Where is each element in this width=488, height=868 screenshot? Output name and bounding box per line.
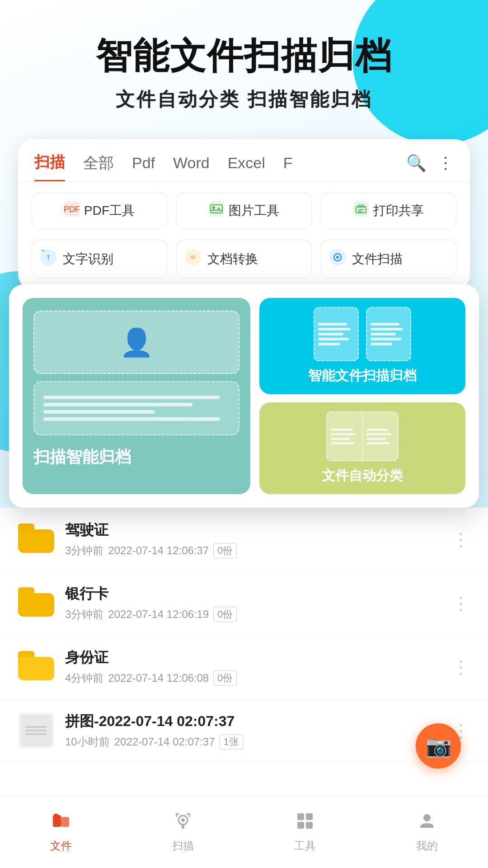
pdf-tool-button[interactable]: PDF PDF工具 (32, 193, 167, 229)
filescan-tool-label: 文件扫描 (352, 250, 403, 268)
svg-point-32 (423, 814, 431, 821)
file-name-pintu: 拼图-2022-07-14 02:07:37 (65, 712, 452, 731)
tabs-bar: 扫描 全部 Pdf Word Excel F 🔍 ⋮ (18, 139, 470, 182)
svg-rect-2 (209, 201, 224, 217)
scan-archive-label: 扫描智能归档 (33, 446, 239, 468)
thumb-line-1 (25, 726, 47, 728)
pdf-icon: PDF (64, 201, 80, 220)
file-time-shenfenzheng: 4分钟前 (65, 671, 103, 685)
ocr-tool-button[interactable]: T 文字识别 (32, 240, 167, 278)
svg-rect-18 (53, 815, 61, 827)
tab-all[interactable]: 全部 (83, 153, 114, 181)
file-item-yinhangka[interactable]: 银行卡 3分钟前 2022-07-14 12:06:19 0份 ⋮ (0, 571, 488, 635)
thumb-line-2 (25, 730, 47, 731)
filescan-tool-button[interactable]: 文件扫描 (321, 240, 456, 278)
more-icon[interactable]: ⋮ (437, 154, 454, 173)
file-item-jiashizheng[interactable]: 驾驶证 3分钟前 2022-07-14 12:06:37 0份 ⋮ (0, 508, 488, 571)
convert-tool-label: 文档转换 (207, 250, 258, 268)
file-count-yinhangka: 0份 (213, 607, 237, 622)
file-more-yinhangka[interactable]: ⋮ (452, 593, 470, 613)
tab-f[interactable]: F (283, 154, 293, 179)
file-date-jiashizheng: 2022-07-14 12:06:37 (108, 544, 209, 557)
doc-icon-2 (366, 307, 411, 361)
ocr-icon: T (39, 248, 57, 269)
file-info-yinhangka: 银行卡 3分钟前 2022-07-14 12:06:19 0份 (65, 584, 452, 622)
nav-scan[interactable]: 扫描 (122, 807, 244, 858)
folder-icon-yinhangka (18, 587, 54, 619)
svg-rect-29 (306, 813, 313, 820)
tab-scan[interactable]: 扫描 (34, 152, 65, 181)
camera-fab-icon: 📷 (426, 734, 451, 758)
file-name-jiashizheng: 驾驶证 (65, 520, 452, 540)
book-page-right (363, 412, 398, 460)
file-count-shenfenzheng: 0份 (213, 670, 237, 686)
file-count-pintu: 1张 (220, 734, 243, 750)
file-meta-shenfenzheng: 4分钟前 2022-07-14 12:06:08 0份 (65, 670, 452, 686)
svg-rect-8 (358, 209, 364, 210)
camera-fab[interactable]: 📷 (416, 723, 461, 769)
person-icon: 👤 (120, 326, 154, 359)
tab-excel[interactable]: Excel (228, 154, 265, 179)
svg-text:W: W (191, 255, 196, 260)
feature-modal: 👤 扫描智能归档 (9, 284, 479, 508)
nav-profile[interactable]: 我的 (366, 807, 488, 858)
print-icon (353, 201, 369, 220)
auto-classify-feature[interactable]: 文件自动分类 (259, 402, 465, 494)
svg-rect-31 (306, 822, 313, 829)
nav-tools[interactable]: 工具 (244, 807, 366, 858)
document-demo (33, 381, 239, 435)
convert-icon: W (184, 248, 202, 269)
svg-rect-30 (297, 822, 304, 829)
tab-pdf[interactable]: Pdf (132, 154, 155, 179)
svg-rect-7 (357, 204, 365, 208)
file-time-yinhangka: 3分钟前 (65, 607, 103, 622)
file-date-shenfenzheng: 2022-07-14 12:06:08 (108, 672, 209, 684)
hero-subtitle: 文件自动分类 扫描智能归档 (27, 87, 461, 112)
ocr-tool-label: 文字识别 (63, 250, 113, 268)
file-time-jiashizheng: 3分钟前 (65, 543, 103, 558)
scan-line-4 (43, 417, 220, 421)
img-tool-label: 图片工具 (229, 202, 279, 219)
pdf-tool-label: PDF工具 (84, 202, 135, 219)
svg-rect-25 (176, 813, 177, 817)
svg-rect-19 (61, 817, 69, 827)
search-icon[interactable]: 🔍 (406, 154, 427, 173)
profile-nav-icon (418, 811, 436, 835)
hero-title: 智能文件扫描归档 (27, 36, 461, 76)
file-info-shenfenzheng: 身份证 4分钟前 2022-07-14 12:06:08 0份 (65, 648, 452, 686)
thumb-line-3 (25, 733, 47, 735)
doc-icons-row (314, 307, 411, 361)
smart-scan-feature[interactable]: 智能文件扫描归档 (259, 298, 465, 394)
file-name-yinhangka: 银行卡 (65, 584, 452, 604)
svg-rect-20 (54, 814, 58, 816)
convert-tool-button[interactable]: W 文档转换 (176, 240, 312, 278)
file-count-jiashizheng: 0份 (213, 543, 237, 558)
file-more-shenfenzheng[interactable]: ⋮ (452, 656, 470, 677)
filescan-icon (328, 248, 347, 269)
file-item-shenfenzheng[interactable]: 身份证 4分钟前 2022-07-14 12:06:08 0份 ⋮ (0, 635, 488, 699)
folder-icon-shenfenzheng (18, 651, 54, 683)
svg-point-4 (212, 206, 215, 209)
file-thumb-pintu (18, 712, 54, 749)
svg-point-22 (181, 818, 185, 822)
file-meta-yinhangka: 3分钟前 2022-07-14 12:06:19 0份 (65, 607, 452, 622)
app-card: 扫描 全部 Pdf Word Excel F 🔍 ⋮ PDF PDF工具 (18, 139, 470, 289)
doc-icon-1 (314, 307, 359, 361)
nav-files[interactable]: 文件 (0, 807, 122, 858)
bottom-nav: 文件 扫描 工具 (0, 796, 488, 868)
scan-line-1 (43, 396, 220, 399)
nav-scan-label: 扫描 (172, 839, 194, 853)
file-item-pintu[interactable]: 拼图-2022-07-14 02:07:37 10小时前 2022-07-14 … (0, 699, 488, 763)
img-tool-button[interactable]: 图片工具 (176, 193, 312, 229)
file-info-jiashizheng: 驾驶证 3分钟前 2022-07-14 12:06:37 0份 (65, 520, 452, 558)
nav-tools-label: 工具 (294, 839, 316, 853)
tabs-icons: 🔍 ⋮ (406, 154, 454, 180)
tab-word[interactable]: Word (173, 154, 210, 179)
file-meta-pintu: 10小时前 2022-07-14 02:07:37 1张 (65, 734, 452, 750)
svg-text:T: T (47, 254, 51, 261)
scan-archive-feature[interactable]: 👤 扫描智能归档 (23, 298, 250, 494)
nav-files-label: 文件 (50, 839, 72, 853)
print-tool-button[interactable]: 打印共享 (321, 193, 456, 229)
file-more-jiashizheng[interactable]: ⋮ (452, 529, 470, 550)
auto-classify-label: 文件自动分类 (322, 467, 403, 485)
